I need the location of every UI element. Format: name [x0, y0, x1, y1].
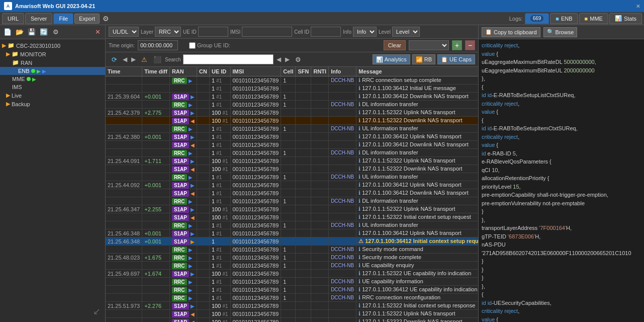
col-cn[interactable]: CN [197, 67, 210, 76]
cell-id-input[interactable] [311, 27, 341, 37]
table-row[interactable]: 21.25.44.092 +0.001 S1AP ▶ 1 #1 00101012… [106, 181, 478, 189]
table-row[interactable]: 21.25.39.604 +0.001 S1AP ▶ 1 #1 00101012… [106, 93, 478, 101]
tab-enb[interactable]: ■ ENB [550, 13, 578, 24]
time-origin-input[interactable] [138, 40, 178, 50]
imsi-input[interactable] [242, 27, 292, 37]
refresh-btn[interactable]: ⟳ [109, 54, 120, 65]
sidebar-item-live[interactable]: ▶ Live [0, 91, 105, 100]
col-imsi[interactable]: IMSI [230, 67, 281, 76]
col-ue-id[interactable]: UE ID [209, 67, 230, 76]
prev-btn[interactable]: ◀ [122, 55, 128, 63]
table-row[interactable]: S1AP ◀ 1 #1 001010123456789 ℹ127.0.1.100… [106, 189, 478, 197]
table-row[interactable]: S1AP ◀ 1 #1 001010123456789 ℹ127.0.1.100… [106, 141, 478, 149]
col-rnti[interactable]: RNTI [311, 67, 329, 76]
info-select[interactable]: Info [353, 27, 377, 37]
cell-message: ℹ127.0.1.1:52322 Downlink NAS transport [356, 318, 478, 323]
col-cell[interactable]: Cell [281, 67, 296, 76]
export-btn[interactable]: Export [74, 14, 100, 24]
table-row[interactable]: 21.25.46.348 +0.001 S1AP ▶ 1 #1 00101012… [106, 229, 478, 237]
open-btn[interactable]: 📂 [14, 27, 25, 38]
col-message[interactable]: Message [356, 67, 478, 76]
table-row[interactable]: RRC ▶ 1 #1 001010123456789 1 DCCH-NB ℹRR… [106, 294, 478, 302]
tab-stats[interactable]: 📊 Stats [609, 13, 642, 24]
copy-clipboard-btn[interactable]: 📋 Copy to clipboard [482, 27, 540, 37]
sidebar-item-ims[interactable]: IMS [0, 83, 105, 91]
filter-extra-select[interactable] [409, 40, 449, 50]
sidebar-item-ran[interactable]: 📁 RAN [0, 58, 105, 67]
group-ue-id-checkbox[interactable] [189, 42, 196, 49]
search-next-btn[interactable]: ▶ [284, 55, 291, 63]
ue-id-input[interactable] [198, 27, 228, 37]
sidebar-item-backup[interactable]: ▶ Backup [0, 100, 105, 108]
col-ran[interactable]: RAN [169, 67, 197, 76]
tab-mme[interactable]: ■ MME [579, 13, 608, 24]
ue-caps-btn[interactable]: 📋 UE Caps [437, 54, 475, 64]
table-row[interactable]: 21.25.49.697 +1.674 S1AP ▶ 100 #1 001010… [106, 270, 478, 278]
table-row[interactable]: 21.25.51.973 +2.276 S1AP ▶ 100 #1 001010… [106, 302, 478, 310]
table-row[interactable]: 21.25.42.380 +0.001 S1AP ▶ 1 #1 00101012… [106, 133, 478, 141]
search-prev-btn[interactable]: ◀ [275, 55, 282, 63]
tab-server[interactable]: Server [25, 13, 52, 24]
table-row[interactable]: S1AP ◀ 100 #1 001010123456789 ℹ127.0.1.1… [106, 310, 478, 318]
settings-sidebar-btn[interactable]: ⚙ [50, 27, 61, 38]
level-select[interactable]: Level [392, 27, 420, 37]
settings-icon[interactable]: ⚙ [101, 13, 112, 24]
table-row[interactable]: 21.25.46.347 +2.255 S1AP ▶ 100 #1 001010… [106, 205, 478, 213]
tab-logs[interactable]: 669 [525, 13, 549, 24]
browse-btn[interactable]: 🔍 Browse [543, 27, 578, 37]
table-row[interactable]: RRC ▶ 1 #1 001010123456789 1 DCCH-NB ℹ12… [106, 286, 478, 294]
analytics-btn[interactable]: 📊 Analytics [373, 54, 410, 64]
cell-rnti [311, 157, 329, 165]
stop-btn[interactable]: ⬛ [152, 54, 163, 65]
table-row[interactable]: S1AP ◀ 100 #1 001010123456789 ℹ127.0.1.1… [106, 165, 478, 173]
cell-imsi: 001010123456789 [230, 125, 281, 133]
table-row[interactable]: RRC ▶ 1 #1 001010123456789 1 DCCH-NB ℹDL… [106, 149, 478, 157]
table-row[interactable]: S1AP ◀ 100 #1 001010123456789 ℹ127.0.1.1… [106, 117, 478, 125]
search-opts-btn[interactable]: ⚙ [293, 54, 304, 65]
tab-file[interactable]: File [53, 13, 73, 24]
group-ue-id-checkbox-label[interactable]: Group UE ID: [189, 42, 230, 49]
col-time-diff[interactable]: Time diff [142, 67, 170, 76]
table-row[interactable]: S1AP ◀ 100 #1 001010123456789 ℹ127.0.1.1… [106, 213, 478, 221]
table-row[interactable]: RRC ▶ 1 #1 001010123456789 1 DCCH-NB ℹUL… [106, 221, 478, 229]
table-row[interactable]: 21.25.46.348 +0.001 S1AP ▶ 1 00101012345… [106, 237, 478, 246]
table-row[interactable]: RRC ▶ 1 #1 001010123456789 1 DCCH-NB ℹSe… [106, 246, 478, 254]
table-row[interactable]: RRC ▶ 1 #1 001010123456789 1 DCCH-NB ℹDL… [106, 101, 478, 109]
table-row[interactable]: RRC ▶ 1 #1 001010123456789 1 DCCH-NB ℹDL… [106, 197, 478, 205]
rb-btn[interactable]: 📶 RB [412, 54, 435, 64]
col-info[interactable]: Info [329, 67, 356, 76]
col-time[interactable]: Time [106, 67, 142, 76]
search-input[interactable] [183, 54, 273, 64]
table-row[interactable]: RRC ▶ 1 #1 001010123456789 1 DCCH-NB ℹUE… [106, 262, 478, 270]
new-file-btn[interactable]: 📄 [2, 27, 13, 38]
table-row[interactable]: RRC ▶ 1 #1 001010123456789 1 DCCH-NB ℹUL… [106, 173, 478, 181]
table-row[interactable]: RRC ▶ 1 #1 001010123456789 1 DCCH-NB ℹUE… [106, 278, 478, 286]
remove-filter-btn[interactable]: − [465, 40, 475, 50]
cell-message: ℹSecurity mode complete [356, 254, 478, 262]
table-row[interactable]: 21.25.48.023 +1.675 RRC ▶ 1 #1 001010123… [106, 254, 478, 262]
cell-cn [197, 181, 210, 189]
clear-btn[interactable]: Clear [384, 40, 406, 50]
sidebar-item-enb[interactable]: ENB ▶ ▶ [0, 67, 105, 75]
table-row[interactable]: RRC ▶ 1 #1 001010123456789 1 DCCH-NB ℹRR… [106, 76, 478, 85]
sidebar-item-root[interactable]: ▶ 📁 CBC-2023010100 [0, 41, 105, 50]
reload-btn[interactable]: 🔄 [38, 27, 49, 38]
mode-select[interactable]: UL/DL UL DL [109, 27, 139, 37]
layer-select[interactable]: RRC ALL [155, 27, 181, 37]
save-btn[interactable]: 💾 [26, 27, 37, 38]
sidebar-item-monitor[interactable]: ▶ 📁 MONITOR [0, 50, 105, 58]
cell-cn [197, 318, 210, 323]
table-row[interactable]: 21.25.42.379 +2.775 S1AP ▶ 100 #1 001010… [106, 109, 478, 117]
warning-btn[interactable]: ⚠ [139, 54, 150, 65]
close-btn[interactable]: ✕ [636, 4, 640, 9]
sidebar-close-btn[interactable]: ✕ [92, 27, 103, 38]
add-filter-btn[interactable]: + [452, 40, 462, 50]
col-sfn[interactable]: SFN [296, 67, 311, 76]
table-row[interactable]: S1AP ◀ 100 #1 001010123456789 ℹ127.0.1.1… [106, 318, 478, 323]
next-btn[interactable]: ▶ [130, 55, 137, 63]
table-row[interactable]: RRC ▶ 1 #1 001010123456789 1 DCCH-NB ℹUL… [106, 125, 478, 133]
table-row[interactable]: 1 #1 001010123456789 ℹ127.0.1.100:36412 … [106, 85, 478, 93]
table-row[interactable]: 21.25.44.091 +1.711 S1AP ▶ 100 #1 001010… [106, 157, 478, 165]
tab-url[interactable]: URL [2, 13, 24, 24]
sidebar-item-mme[interactable]: MME ▶ [0, 75, 105, 83]
